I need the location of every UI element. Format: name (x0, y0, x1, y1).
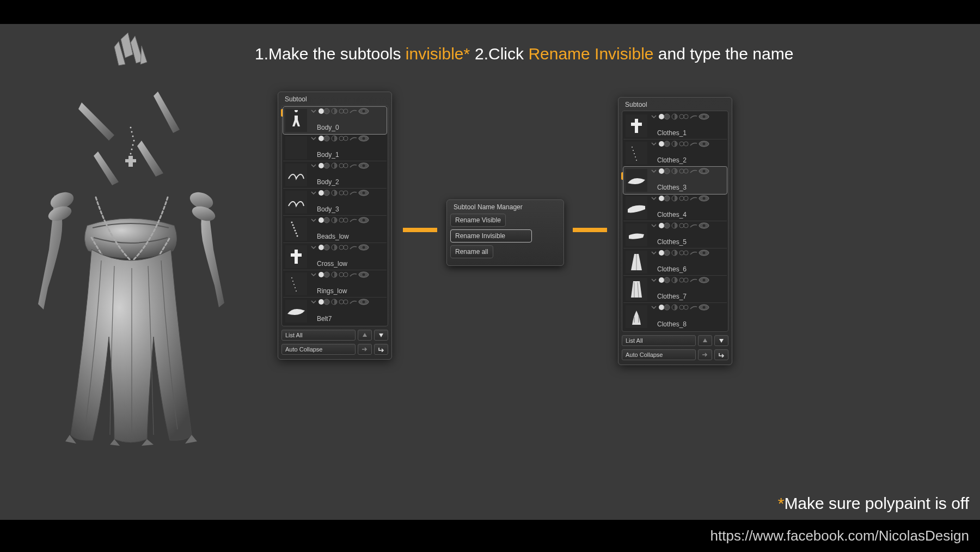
subtool-row[interactable]: Rings_low (283, 270, 387, 298)
brush-icon[interactable] (690, 141, 697, 147)
subtool-row[interactable]: Body_0 (283, 107, 387, 134)
polypaint-toggle-icon[interactable] (671, 195, 678, 202)
subtool-row[interactable]: Clothes_8 (623, 303, 727, 330)
subtool-row[interactable]: Beads_low (283, 216, 387, 243)
folder-toggle-icon[interactable] (310, 190, 317, 196)
shading-toggle-icon[interactable] (339, 135, 348, 142)
subtool-row[interactable]: Clothes_5 (623, 221, 727, 248)
shading-toggle-icon[interactable] (679, 277, 689, 283)
brush-icon[interactable] (350, 217, 357, 223)
material-toggle-icon[interactable] (658, 277, 670, 283)
polypaint-toggle-icon[interactable] (331, 271, 338, 278)
shading-toggle-icon[interactable] (339, 271, 348, 278)
folder-toggle-icon[interactable] (651, 168, 657, 174)
material-toggle-icon[interactable] (318, 217, 330, 223)
folder-in-button[interactable] (698, 349, 712, 360)
folder-toggle-icon[interactable] (651, 277, 657, 283)
brush-icon[interactable] (690, 196, 697, 201)
shading-toggle-icon[interactable] (679, 195, 689, 202)
brush-icon[interactable] (350, 190, 357, 196)
folder-toggle-icon[interactable] (310, 217, 317, 223)
subtool-row[interactable]: Clothes_2 (623, 139, 727, 167)
brush-icon[interactable] (690, 305, 697, 310)
polypaint-toggle-icon[interactable] (331, 299, 338, 305)
visibility-eye-icon[interactable] (358, 190, 369, 196)
material-toggle-icon[interactable] (318, 190, 330, 196)
subtool-row[interactable]: Body_3 (283, 189, 387, 216)
material-toggle-icon[interactable] (318, 135, 330, 142)
shading-toggle-icon[interactable] (679, 113, 689, 120)
move-down-button[interactable] (714, 335, 728, 346)
visibility-eye-icon[interactable] (699, 141, 709, 147)
visibility-eye-icon[interactable] (699, 277, 709, 283)
brush-icon[interactable] (350, 245, 357, 250)
subtool-row[interactable]: Cross_low (283, 243, 387, 270)
brush-icon[interactable] (690, 223, 697, 228)
material-toggle-icon[interactable] (318, 162, 330, 169)
subtool-row[interactable]: Clothes_6 (623, 248, 727, 276)
material-toggle-icon[interactable] (658, 168, 670, 174)
material-toggle-icon[interactable] (318, 244, 330, 251)
folder-toggle-icon[interactable] (310, 162, 317, 169)
list-all-button[interactable]: List All (281, 330, 356, 341)
folder-toggle-icon[interactable] (310, 244, 317, 251)
polypaint-toggle-icon[interactable] (671, 222, 678, 229)
visibility-eye-icon[interactable] (358, 162, 369, 169)
folder-toggle-icon[interactable] (651, 195, 657, 202)
folder-toggle-icon[interactable] (651, 141, 657, 147)
subtool-row[interactable]: Body_2 (283, 161, 387, 189)
visibility-eye-icon[interactable] (358, 299, 369, 305)
shading-toggle-icon[interactable] (339, 299, 348, 305)
material-toggle-icon[interactable] (658, 250, 670, 256)
list-all-button[interactable]: List All (622, 335, 696, 346)
material-toggle-icon[interactable] (658, 222, 670, 229)
visibility-eye-icon[interactable] (358, 271, 369, 278)
polypaint-toggle-icon[interactable] (331, 162, 338, 169)
shading-toggle-icon[interactable] (679, 222, 689, 229)
shading-toggle-icon[interactable] (679, 141, 689, 147)
folder-toggle-icon[interactable] (310, 108, 317, 114)
visibility-eye-icon[interactable] (699, 195, 709, 202)
polypaint-toggle-icon[interactable] (331, 108, 338, 114)
folder-toggle-icon[interactable] (651, 113, 657, 120)
polypaint-toggle-icon[interactable] (671, 304, 678, 311)
rename-all-button[interactable]: Rename all (450, 245, 493, 258)
subtool-list[interactable]: Body_0 Body_1 Body_2 (281, 105, 388, 326)
shading-toggle-icon[interactable] (339, 190, 348, 196)
visibility-eye-icon[interactable] (358, 217, 369, 223)
polypaint-toggle-icon[interactable] (671, 168, 678, 174)
shading-toggle-icon[interactable] (339, 162, 348, 169)
folder-out-button[interactable] (374, 344, 388, 355)
brush-icon[interactable] (690, 114, 697, 119)
polypaint-toggle-icon[interactable] (331, 135, 338, 142)
shading-toggle-icon[interactable] (339, 108, 348, 114)
polypaint-toggle-icon[interactable] (671, 277, 678, 283)
polypaint-toggle-icon[interactable] (331, 190, 338, 196)
brush-icon[interactable] (350, 108, 357, 114)
folder-out-button[interactable] (714, 349, 728, 360)
folder-toggle-icon[interactable] (310, 271, 317, 278)
folder-toggle-icon[interactable] (651, 222, 657, 229)
subtool-row[interactable]: Clothes_1 (623, 112, 727, 139)
visibility-eye-icon[interactable] (699, 168, 709, 174)
subtool-row[interactable]: Belt7 (283, 298, 387, 325)
move-down-button[interactable] (374, 330, 388, 341)
shading-toggle-icon[interactable] (679, 250, 689, 256)
brush-icon[interactable] (350, 163, 357, 168)
folder-toggle-icon[interactable] (310, 135, 317, 142)
auto-collapse-button[interactable]: Auto Collapse (281, 344, 356, 355)
material-toggle-icon[interactable] (318, 108, 330, 114)
move-up-button[interactable] (698, 335, 712, 346)
brush-icon[interactable] (350, 272, 357, 277)
visibility-eye-icon[interactable] (358, 244, 369, 251)
subtool-row[interactable]: Body_1 (283, 134, 387, 161)
visibility-eye-icon[interactable] (699, 250, 709, 256)
move-up-button[interactable] (358, 330, 372, 341)
polypaint-toggle-icon[interactable] (671, 113, 678, 120)
material-toggle-icon[interactable] (658, 141, 670, 147)
subtool-row[interactable]: Clothes_4 (623, 194, 727, 221)
shading-toggle-icon[interactable] (679, 168, 689, 174)
subtool-row[interactable]: Clothes_7 (623, 276, 727, 303)
subtool-row[interactable]: Clothes_3 (623, 167, 727, 194)
folder-toggle-icon[interactable] (651, 250, 657, 256)
